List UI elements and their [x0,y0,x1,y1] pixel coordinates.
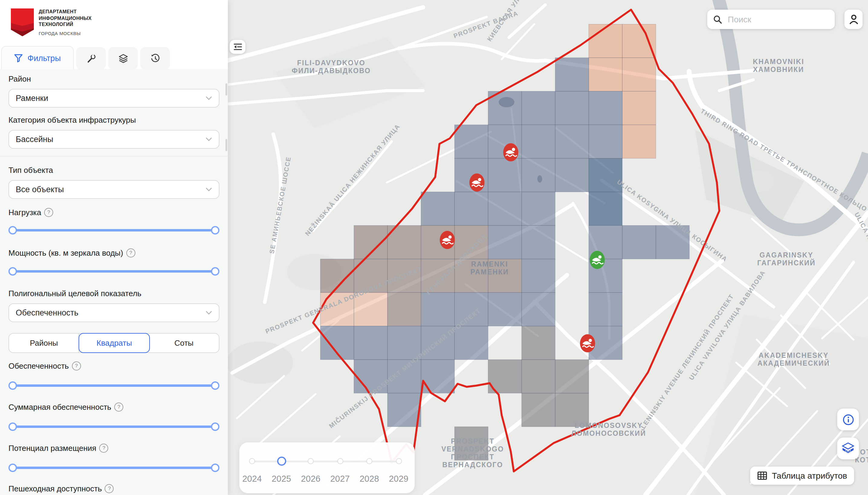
slider-handle-max[interactable] [211,381,219,390]
help-icon[interactable]: ? [72,361,81,371]
grid-cell[interactable] [555,125,589,158]
grid-cell[interactable] [522,225,555,259]
potential-slider[interactable] [8,464,219,472]
mode-squares-button[interactable]: Квадраты [79,333,150,353]
category-select[interactable]: Бассейны [8,130,219,149]
grid-cell[interactable] [622,58,656,91]
mode-districts-button[interactable]: Районы [9,334,80,352]
grid-cell[interactable] [589,158,622,192]
timeline-dot-2025[interactable] [277,457,286,466]
timeline-year[interactable]: 2028 [360,474,379,483]
grid-cell[interactable] [388,292,421,326]
timeline-dot-2029[interactable] [396,458,402,464]
pool-marker-red[interactable] [580,334,595,352]
timeline-dot-2024[interactable] [249,458,255,464]
provision-slider[interactable] [8,381,219,390]
slider-handle-max[interactable] [211,226,219,235]
help-icon[interactable]: ? [114,403,123,412]
grid-cell[interactable] [589,292,622,326]
grid-cell[interactable] [589,91,622,125]
pool-marker-green[interactable] [590,251,605,269]
map-layers-button[interactable] [837,438,859,459]
grid-cell[interactable] [488,192,522,225]
object-type-select[interactable]: Все объекты [8,180,219,199]
slider-handle-min[interactable] [8,464,17,472]
pool-marker-red[interactable] [503,143,518,161]
grid-cell[interactable] [555,58,589,91]
layers-icon [118,53,128,63]
slider-handle-min[interactable] [8,423,17,431]
tab-tools[interactable] [76,47,106,69]
grid-cell[interactable] [589,192,622,225]
search-bar[interactable] [707,10,835,29]
total-provision-slider[interactable] [8,423,219,431]
grid-cell[interactable] [522,393,555,427]
timeline-year[interactable]: 2024 [242,474,262,483]
tab-layers[interactable] [108,47,138,69]
slider-handle-max[interactable] [211,423,219,431]
grid-cell[interactable] [622,91,656,125]
timeline-dot-2028[interactable] [366,458,372,464]
pool-marker-red[interactable] [470,173,484,192]
grid-cell[interactable] [555,158,589,192]
grid-cell[interactable] [421,192,455,225]
grid-cell[interactable] [589,125,622,158]
timeline-dot-2026[interactable] [308,458,314,464]
grid-cell[interactable] [354,326,388,360]
tab-history[interactable] [140,47,170,69]
pool-marker-red[interactable] [440,231,455,249]
grid-cell[interactable] [488,225,522,259]
grid-cell[interactable] [488,292,522,326]
search-input[interactable] [727,14,826,25]
slider-handle-min[interactable] [8,381,17,390]
polygonal-select[interactable]: Обеспеченность [8,303,219,322]
timeline-track[interactable] [252,461,399,462]
grid-cell[interactable] [455,125,488,158]
help-icon[interactable]: ? [126,249,135,257]
load-slider[interactable] [8,226,219,235]
timeline-dot-2027[interactable] [337,458,343,464]
timeline-year[interactable]: 2027 [330,474,350,483]
info-button[interactable] [837,409,859,430]
grid-cell[interactable] [622,125,656,158]
grid-cell[interactable] [522,326,555,360]
help-icon[interactable]: ? [105,484,114,493]
grid-cell[interactable] [555,360,589,393]
grid-cell[interactable] [455,326,488,360]
grid-cell[interactable] [522,360,555,393]
grid-cell[interactable] [522,292,555,326]
grid-cell[interactable] [388,393,421,427]
grid-cell[interactable] [421,292,455,326]
help-icon[interactable]: ? [99,444,108,453]
grid-cell[interactable] [522,125,555,158]
grid-cell[interactable] [622,225,656,259]
slider-handle-max[interactable] [211,267,219,276]
sidebar-scrollbar[interactable] [225,83,227,96]
mode-hexes-button[interactable]: Соты [149,334,219,352]
grid-cell[interactable] [455,192,488,225]
grid-cell[interactable] [522,158,555,192]
district-select[interactable]: Раменки [8,89,219,107]
slider-handle-min[interactable] [8,267,17,276]
grid-cell[interactable] [555,91,589,125]
grid-cell[interactable] [421,360,455,393]
grid-cell[interactable] [589,58,622,91]
timeline-year[interactable]: 2025 [272,474,291,483]
grid-cell[interactable] [522,192,555,225]
timeline-year[interactable]: 2029 [389,474,409,483]
grid-cell[interactable] [589,24,622,58]
grid-cell[interactable] [488,158,522,192]
slider-handle-max[interactable] [211,464,219,472]
timeline-year[interactable]: 2026 [301,474,321,483]
attribute-table-button[interactable]: Таблица атрибутов [750,466,854,485]
collapse-sidebar-button[interactable] [230,40,245,54]
help-icon[interactable]: ? [44,208,53,217]
grid-cell[interactable] [522,259,555,292]
slider-handle-min[interactable] [8,226,17,235]
grid-cell[interactable] [622,24,656,58]
tab-filters[interactable]: Фильтры [1,46,74,69]
profile-button[interactable] [845,10,863,29]
sidebar-scrollbar[interactable] [225,139,227,151]
capacity-slider[interactable] [8,267,219,276]
grid-cell[interactable] [522,91,555,125]
